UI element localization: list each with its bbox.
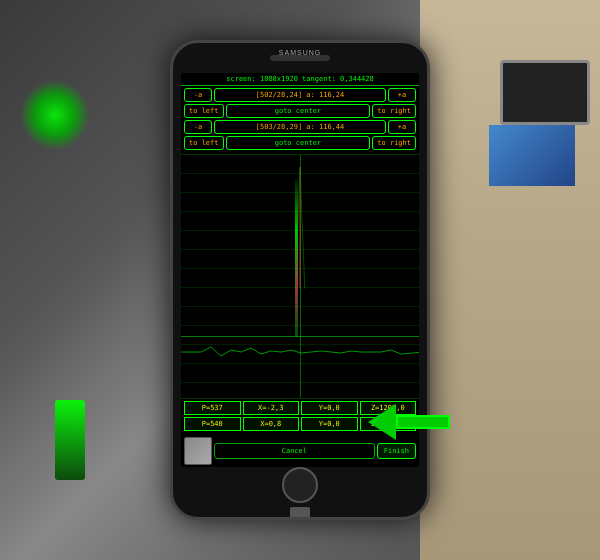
x-value-1: X=-2,3 [243, 401, 300, 415]
cancel-button[interactable]: Cancel [214, 443, 375, 459]
finish-button[interactable]: Finish [377, 443, 416, 459]
green-arrow [370, 404, 450, 440]
plus-a-btn-2[interactable]: +a [388, 120, 416, 134]
control-section: -a [502/28,24] a: 116,24 +a to left goto… [181, 86, 419, 154]
x-value-2: X=0,8 [243, 417, 300, 431]
ctrl-row-3: -a [503/28,29] a: 116,44 +a [184, 120, 416, 134]
visualization-area [181, 154, 419, 399]
to-right-btn-2[interactable]: to right [372, 136, 416, 150]
ctrl-row-1: -a [502/28,24] a: 116,24 +a [184, 88, 416, 102]
phone-wrapper: SAMSUNG screen: 1080x1920 tangent: 0,344… [170, 40, 430, 520]
thumbnail-preview [184, 437, 212, 465]
arrow-head [368, 404, 396, 440]
ctrl-row-2: to left goto center to right [184, 104, 416, 118]
svg-line-1 [295, 167, 300, 289]
y-value-1: Y=0,0 [301, 401, 358, 415]
laser-beam-bottom [55, 400, 85, 480]
phone-clamp-left [170, 240, 173, 320]
to-left-btn-1[interactable]: to left [184, 104, 224, 118]
phone-home-button[interactable] [282, 467, 318, 503]
minus-a-btn-2[interactable]: -a [184, 120, 212, 134]
to-right-btn-1[interactable]: to right [372, 104, 416, 118]
phone-outer: SAMSUNG screen: 1080x1920 tangent: 0,344… [170, 40, 430, 520]
plus-a-btn-1[interactable]: +a [388, 88, 416, 102]
phone-stand [290, 507, 310, 520]
y-value-2: Y=0,0 [301, 417, 358, 431]
phone-clamp-right [427, 240, 430, 320]
laser-blob-left [20, 80, 90, 150]
p-value-1: P=537 [184, 401, 241, 415]
goto-center-btn-2[interactable]: goto center [226, 136, 371, 150]
arrow-body [396, 415, 450, 429]
p-value-2: P=540 [184, 417, 241, 431]
status-bar: screen: 1080x1920 tangent: 0,344428 [181, 73, 419, 86]
monitor [500, 60, 590, 125]
svg-line-2 [300, 167, 305, 289]
goto-center-btn-1[interactable]: goto center [226, 104, 371, 118]
monitor-screen [489, 125, 575, 186]
display-2: [503/28,29] a: 116,44 [214, 120, 386, 134]
to-left-btn-2[interactable]: to left [184, 136, 224, 150]
minus-a-btn-1[interactable]: -a [184, 88, 212, 102]
display-1: [502/28,24] a: 116,24 [214, 88, 386, 102]
status-text: screen: 1080x1920 tangent: 0,344428 [226, 75, 374, 83]
phone-speaker [270, 55, 330, 61]
ctrl-row-4: to left goto center to right [184, 136, 416, 150]
